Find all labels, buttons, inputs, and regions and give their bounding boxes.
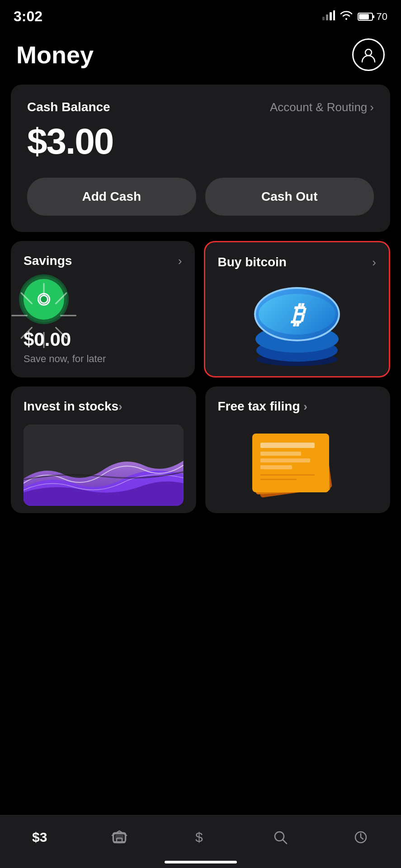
bitcoin-card[interactable]: Buy bitcoin › ₿ [204,241,391,377]
bitcoin-chevron-icon: › [372,255,376,269]
savings-wheel-icon [24,279,64,320]
home-icon [111,829,127,845]
bottom-nav: $3 $ [0,815,401,868]
cash-balance-label: Cash Balance [27,100,110,114]
profile-button[interactable] [352,38,385,71]
stocks-visual [24,425,184,506]
savings-card[interactable]: Savings › $0.00 Save now, for later [11,241,195,377]
stocks-header: Invest in stocks› [24,399,184,414]
card-actions: Add Cash Cash Out [27,178,374,216]
person-icon [359,46,377,64]
svg-rect-2 [330,12,332,20]
svg-rect-3 [333,10,335,20]
svg-rect-19 [260,465,292,469]
grid-row-2: Invest in stocks› [11,387,390,513]
tax-card[interactable]: Free tax filing › [205,387,391,513]
chevron-right-icon: › [370,100,374,114]
history-icon [353,829,369,845]
svg-rect-17 [260,452,301,456]
nav-home[interactable] [102,825,137,850]
savings-chevron-icon: › [178,254,182,268]
status-bar: 3:02 70 [0,0,401,29]
cash-out-button[interactable]: Cash Out [205,178,374,216]
svg-rect-6 [373,15,374,18]
page-title: Money [16,41,94,69]
add-cash-button[interactable]: Add Cash [27,178,196,216]
signal-icon [322,10,335,23]
wifi-icon [340,10,353,23]
app-header: Money [0,29,401,85]
savings-title: Savings [24,254,72,268]
svg-rect-20 [260,474,315,476]
savings-subtitle: Save now, for later [24,353,182,377]
savings-amount: $0.00 [24,329,182,350]
card-header: Cash Balance Account & Routing › [27,100,374,114]
main-content: Cash Balance Account & Routing › $3.00 A… [0,85,401,513]
nav-balance[interactable]: $3 [23,825,56,849]
nav-balance-text: $3 [32,830,47,845]
balance-amount: $3.00 [27,121,374,162]
tax-header: Free tax filing › [218,399,378,414]
svg-rect-18 [260,458,310,462]
cash-balance-card: Cash Balance Account & Routing › $3.00 A… [11,85,390,232]
svg-text:$: $ [195,830,203,844]
bitcoin-header: Buy bitcoin › [218,255,377,269]
svg-rect-16 [260,443,315,448]
stocks-title: Invest in stocks› [24,399,123,414]
nav-history[interactable] [344,825,378,850]
svg-rect-21 [260,479,297,480]
nav-dollar[interactable]: $ [183,825,217,850]
tax-title: Free tax filing › [218,399,308,414]
stocks-card[interactable]: Invest in stocks› [11,387,196,513]
account-routing-link[interactable]: Account & Routing › [270,100,374,114]
svg-point-7 [365,49,372,56]
bitcoin-title: Buy bitcoin [218,255,287,269]
savings-header: Savings › [24,254,182,268]
bitcoin-visual: ₿ [218,280,377,366]
svg-rect-15 [252,434,329,492]
tax-visual [218,425,378,506]
battery-icon: 70 [358,11,387,23]
status-time: 3:02 [14,8,42,25]
svg-rect-0 [322,17,325,20]
svg-line-28 [283,840,287,844]
account-routing-text: Account & Routing [270,100,367,114]
dollar-icon: $ [192,829,208,845]
search-icon [272,829,288,845]
home-indicator [165,861,237,863]
nav-search[interactable] [263,825,297,850]
svg-rect-5 [359,14,369,19]
svg-rect-25 [115,835,123,840]
status-icons: 70 [322,10,387,23]
svg-rect-1 [326,14,328,20]
grid-row-1: Savings › $0.00 Save now, for later Buy … [11,241,390,377]
